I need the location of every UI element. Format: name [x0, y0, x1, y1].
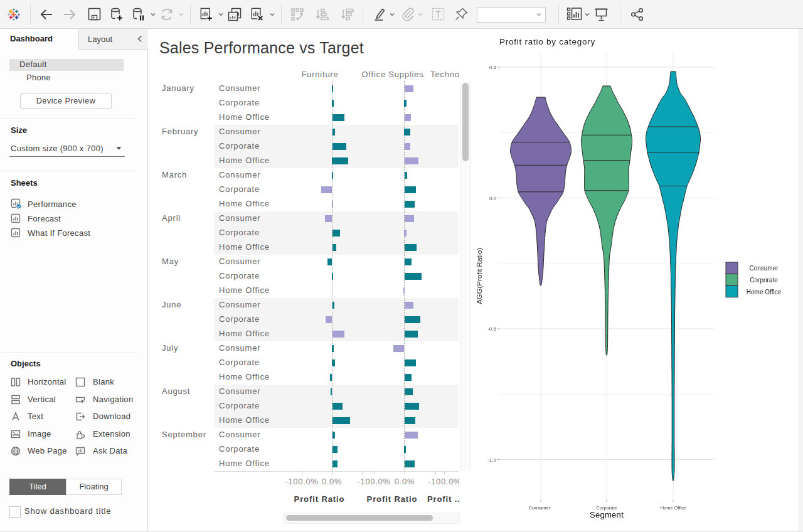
- svg-text:-1.0: -1.0: [487, 457, 496, 463]
- svg-text:Home Office: Home Office: [747, 289, 782, 295]
- svg-text:AGG(Profit Ratio): AGG(Profit Ratio): [476, 248, 483, 304]
- svg-text:Profit ratio by category: Profit ratio by category: [499, 37, 595, 46]
- svg-text:0.0: 0.0: [489, 196, 497, 201]
- svg-text:Consumer: Consumer: [529, 505, 551, 511]
- svg-text:Corporate: Corporate: [750, 277, 778, 284]
- svg-text:0.5: 0.5: [489, 65, 497, 70]
- svg-text:Consumer: Consumer: [749, 265, 779, 272]
- svg-text:Segment: Segment: [590, 510, 624, 519]
- svg-text:-0.5: -0.5: [487, 326, 496, 332]
- svg-text:Home Office: Home Office: [661, 505, 687, 511]
